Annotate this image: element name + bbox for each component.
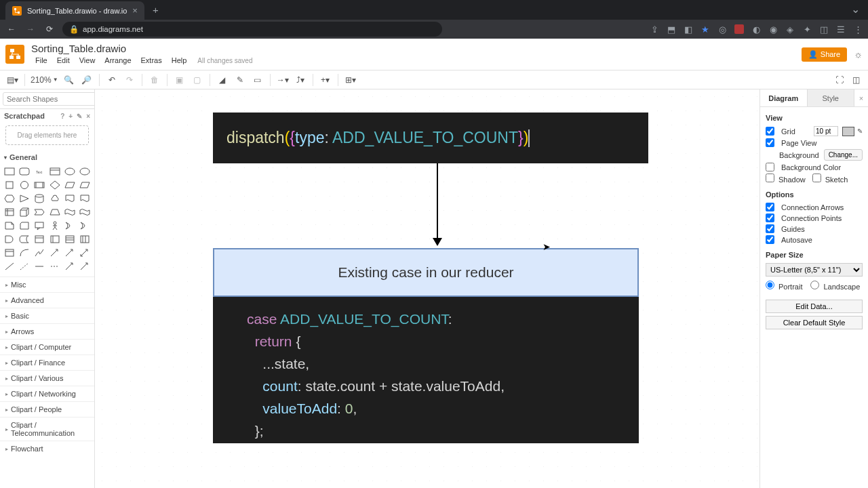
grid-size-input[interactable] xyxy=(814,126,838,136)
change-background-button[interactable]: Change... xyxy=(824,149,863,161)
shape-list[interactable] xyxy=(3,247,16,259)
shape-or[interactable] xyxy=(78,220,92,232)
shape-callout[interactable] xyxy=(33,220,46,232)
category-flowchart[interactable]: ▸Flowchart xyxy=(0,441,94,456)
extension-icon[interactable]: ◐ xyxy=(751,24,761,34)
menu-help[interactable]: Help xyxy=(167,55,191,66)
clear-default-style-button[interactable]: Clear Default Style xyxy=(766,316,863,329)
nav-back-icon[interactable]: ← xyxy=(5,23,18,35)
shape-container[interactable] xyxy=(33,233,46,245)
category-clipart-telecom[interactable]: ▸Clipart / Telecommunication xyxy=(0,417,94,441)
tab-close-icon[interactable]: × xyxy=(132,5,138,16)
shape-or[interactable] xyxy=(63,220,77,232)
url-input[interactable]: 🔒 app.diagrams.net xyxy=(62,22,442,37)
shape-tape[interactable] xyxy=(63,206,77,218)
autosave-checkbox[interactable] xyxy=(766,235,774,244)
sketch-checkbox[interactable] xyxy=(812,174,821,182)
to-back-icon[interactable]: ▢ xyxy=(191,73,204,87)
scratchpad-dropzone[interactable]: Drag elements here xyxy=(5,125,89,145)
update-icon[interactable]: ◧ xyxy=(684,24,693,34)
shape-line[interactable] xyxy=(3,260,16,272)
extension-icon[interactable]: ◉ xyxy=(768,24,778,34)
menu-edit[interactable]: Edit xyxy=(53,55,74,66)
shape-square[interactable] xyxy=(3,179,16,191)
shape-actor[interactable] xyxy=(47,220,61,232)
page-view-checkbox[interactable] xyxy=(766,138,774,147)
sidepanel-icon[interactable]: ◫ xyxy=(819,24,829,34)
category-arrows[interactable]: ▸Arrows xyxy=(0,323,94,339)
undo-icon[interactable]: ↶ xyxy=(105,73,119,87)
close-panel-icon[interactable]: × xyxy=(854,89,868,106)
shape-parallelogram[interactable] xyxy=(78,179,92,191)
zoom-out-icon[interactable]: 🔎 xyxy=(80,73,94,87)
connection-icon[interactable]: →▾ xyxy=(276,73,290,87)
shape-trapezoid[interactable] xyxy=(47,206,61,218)
menu-arrange[interactable]: Arrange xyxy=(100,55,135,66)
search-shapes-input[interactable] xyxy=(3,92,95,106)
tab-diagram[interactable]: Diagram xyxy=(760,89,808,106)
shape-note[interactable] xyxy=(3,220,16,232)
shape-parallelogram[interactable] xyxy=(63,179,77,191)
shape-text[interactable]: Text xyxy=(33,165,46,178)
browser-menu-icon[interactable]: ⋮ xyxy=(853,24,863,34)
new-tab-button[interactable]: + xyxy=(153,4,159,16)
extension-red-icon[interactable] xyxy=(734,24,744,34)
scratchpad-header[interactable]: Scratchpad ? + ✎ × xyxy=(0,109,94,123)
shape-curve[interactable] xyxy=(33,247,46,259)
shape-cloud[interactable] xyxy=(47,192,61,205)
shape-process[interactable] xyxy=(33,179,46,191)
shape-textbox[interactable] xyxy=(47,165,61,178)
guides-checkbox[interactable] xyxy=(766,224,774,233)
diagram-code-reducer[interactable]: case ADD_VALUE_TO_COUNT: return { ...sta… xyxy=(213,297,639,443)
delete-icon[interactable]: 🗑 xyxy=(148,73,161,87)
shadow-checkbox[interactable] xyxy=(766,174,774,182)
shape-cube[interactable] xyxy=(18,206,31,218)
diagram-code-dispatch[interactable]: dispatch({type: ADD_VALUE_TO_COUNT}) xyxy=(213,113,648,163)
conn-arrows-checkbox[interactable] xyxy=(766,203,774,211)
category-basic[interactable]: ▸Basic xyxy=(0,308,94,323)
nav-reload-icon[interactable]: ⟳ xyxy=(43,23,56,35)
shape-rectangle[interactable] xyxy=(3,165,16,178)
drawio-logo[interactable] xyxy=(5,45,24,64)
grid-checkbox[interactable] xyxy=(766,127,774,136)
help-icon[interactable]: ? xyxy=(60,113,64,120)
insert-icon[interactable]: +▾ xyxy=(319,73,332,87)
theme-toggle-icon[interactable]: ☼ xyxy=(854,49,863,60)
extension-icon[interactable]: ◎ xyxy=(717,24,727,34)
portrait-radio[interactable] xyxy=(766,281,774,289)
general-header[interactable]: ▾ General xyxy=(0,150,94,164)
edit-data-button[interactable]: Edit Data... xyxy=(766,300,863,313)
fill-color-icon[interactable]: ◢ xyxy=(216,73,229,87)
to-front-icon[interactable]: ▣ xyxy=(173,73,186,87)
shape-and[interactable] xyxy=(3,233,16,245)
category-clipart-networking[interactable]: ▸Clipart / Networking xyxy=(0,386,94,401)
reading-list-icon[interactable]: ☰ xyxy=(836,24,846,34)
shape-document[interactable] xyxy=(78,192,92,205)
shape-triangle[interactable] xyxy=(18,192,31,205)
shape-ellipse[interactable] xyxy=(78,165,92,178)
category-clipart-computer[interactable]: ▸Clipart / Computer xyxy=(0,339,94,354)
fullscreen-icon[interactable]: ⛶ xyxy=(833,73,846,87)
tab-style[interactable]: Style xyxy=(808,89,855,106)
category-clipart-various[interactable]: ▸Clipart / Various xyxy=(0,370,94,386)
canvas[interactable]: dispatch({type: ADD_VALUE_TO_COUNT}) Exi… xyxy=(95,89,760,488)
shape-diamond[interactable] xyxy=(47,179,61,191)
add-icon[interactable]: + xyxy=(68,113,73,120)
extension-icon[interactable]: ◈ xyxy=(785,24,795,34)
shape-data-storage[interactable] xyxy=(18,233,31,245)
close-icon[interactable]: × xyxy=(86,113,90,120)
menu-file[interactable]: File xyxy=(31,55,52,66)
diagram-label-box[interactable]: Existing case in our reducer xyxy=(213,248,639,297)
shape-dashed-line[interactable] xyxy=(18,260,31,272)
shape-step[interactable] xyxy=(33,206,46,218)
share-page-icon[interactable]: ⇪ xyxy=(650,24,659,34)
category-clipart-people[interactable]: ▸Clipart / People xyxy=(0,401,94,417)
shape-list[interactable] xyxy=(63,233,77,245)
shape-cylinder[interactable] xyxy=(33,192,46,205)
shape-line[interactable] xyxy=(33,260,46,272)
shape-arrow[interactable] xyxy=(63,247,77,259)
zoom-control[interactable]: 210% ▼ xyxy=(31,75,58,85)
zoom-in-icon[interactable]: 🔍 xyxy=(62,73,76,87)
category-advanced[interactable]: ▸Advanced xyxy=(0,292,94,308)
shape-list[interactable] xyxy=(78,233,92,245)
